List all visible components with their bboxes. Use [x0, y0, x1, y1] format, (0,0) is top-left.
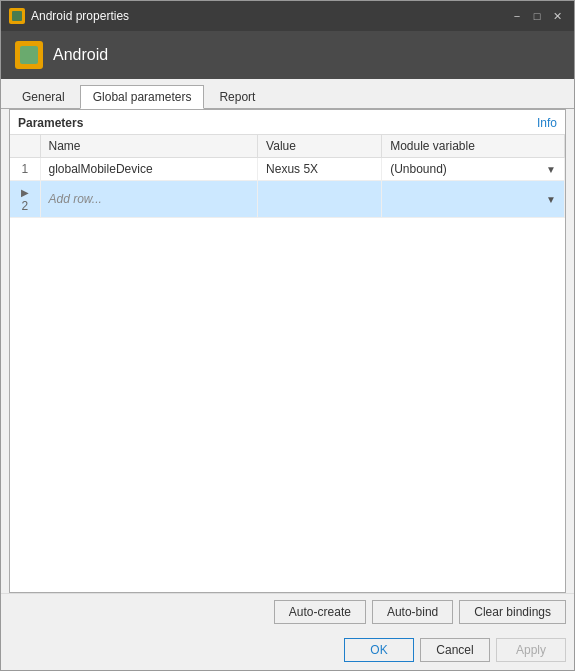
auto-bind-button[interactable]: Auto-bind	[372, 600, 453, 624]
table-header-row: Name Value Module variable	[10, 135, 565, 158]
dropdown-arrow-icon-2[interactable]: ▼	[546, 194, 556, 205]
col-name: Name	[40, 135, 258, 158]
parameters-label: Parameters	[18, 116, 83, 130]
col-module-variable: Module variable	[382, 135, 565, 158]
minimize-button[interactable]: −	[508, 7, 526, 25]
tab-general[interactable]: General	[9, 85, 78, 108]
table-area: Name Value Module variable 1 globalMobil…	[10, 135, 565, 592]
apply-button[interactable]: Apply	[496, 638, 566, 662]
row-name-2[interactable]: Add row...	[40, 181, 258, 218]
title-bar-left: Android properties	[9, 8, 129, 24]
close-button[interactable]: ✕	[548, 7, 566, 25]
module-variable-cell-2: ▼	[390, 194, 556, 205]
header-title: Android	[53, 46, 108, 64]
row-num-2: ▶ 2	[10, 181, 40, 218]
row-num-1: 1	[10, 158, 40, 181]
table-row[interactable]: ▶ 2 Add row... ▼	[10, 181, 565, 218]
cancel-button[interactable]: Cancel	[420, 638, 490, 662]
main-window: Android properties − □ ✕ Android General…	[0, 0, 575, 671]
ok-button[interactable]: OK	[344, 638, 414, 662]
header-section: Android	[1, 31, 574, 79]
window-title: Android properties	[31, 9, 129, 23]
title-bar-icon-inner	[12, 11, 22, 21]
title-bar-controls: − □ ✕	[508, 7, 566, 25]
content-header: Parameters Info	[10, 110, 565, 135]
title-bar-icon	[9, 8, 25, 24]
col-num	[10, 135, 40, 158]
tab-global-parameters[interactable]: Global parameters	[80, 85, 205, 109]
bottom-bar: Auto-create Auto-bind Clear bindings	[1, 593, 574, 630]
title-bar: Android properties − □ ✕	[1, 1, 574, 31]
auto-create-button[interactable]: Auto-create	[274, 600, 366, 624]
info-link[interactable]: Info	[537, 116, 557, 130]
expand-icon[interactable]: ▶	[21, 187, 29, 198]
col-value: Value	[258, 135, 382, 158]
row-module-2[interactable]: ▼	[382, 181, 565, 218]
module-variable-cell-1: (Unbound) ▼	[390, 162, 556, 176]
row-value-2	[258, 181, 382, 218]
dropdown-arrow-icon[interactable]: ▼	[546, 164, 556, 175]
android-icon	[15, 41, 43, 69]
parameters-table: Name Value Module variable 1 globalMobil…	[10, 135, 565, 218]
row-name-1[interactable]: globalMobileDevice	[40, 158, 258, 181]
tab-report[interactable]: Report	[206, 85, 268, 108]
clear-bindings-button[interactable]: Clear bindings	[459, 600, 566, 624]
maximize-button[interactable]: □	[528, 7, 546, 25]
android-icon-inner	[20, 46, 38, 64]
row-value-1[interactable]: Nexus 5X	[258, 158, 382, 181]
footer-bar: OK Cancel Apply	[1, 630, 574, 670]
table-row[interactable]: 1 globalMobileDevice Nexus 5X (Unbound) …	[10, 158, 565, 181]
content-area: Parameters Info Name Value Module variab…	[9, 109, 566, 593]
row-module-1[interactable]: (Unbound) ▼	[382, 158, 565, 181]
tabs-bar: General Global parameters Report	[1, 79, 574, 109]
